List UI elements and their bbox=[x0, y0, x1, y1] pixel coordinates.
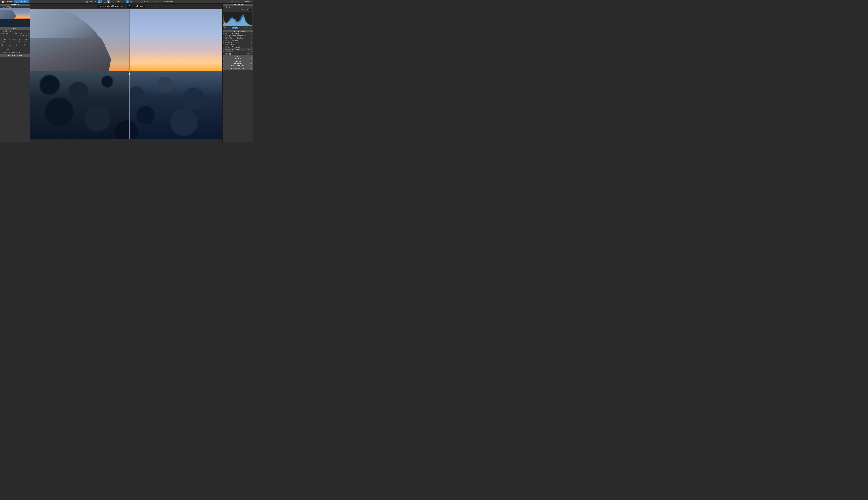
tool-menu-icon[interactable]: ⁞ bbox=[251, 49, 252, 50]
panel-menu-icon[interactable]: ≡▾ bbox=[28, 4, 30, 6]
zoom-dropdown-icon[interactable]: ▾ bbox=[122, 0, 125, 3]
tool-toggle[interactable] bbox=[225, 44, 227, 45]
panel-menu-icon[interactable]: ≡▾ bbox=[250, 65, 252, 67]
compare-button[interactable]: Compare bbox=[84, 0, 97, 3]
close-icon[interactable]: × bbox=[223, 68, 225, 69]
tool-horizon-icon[interactable] bbox=[136, 0, 139, 3]
panel-menu-icon[interactable]: ≡▾ bbox=[250, 58, 252, 59]
tool-toggle[interactable] bbox=[225, 37, 227, 39]
tool-wb-picker-icon[interactable] bbox=[133, 0, 136, 3]
tool-toggle[interactable] bbox=[225, 51, 227, 52]
zoom-1to1-button[interactable]: 1:1 bbox=[111, 1, 115, 3]
histogram-g-button[interactable]: G bbox=[242, 26, 245, 29]
close-icon[interactable]: × bbox=[223, 55, 225, 57]
presets-button[interactable]: Presets bbox=[240, 0, 251, 3]
tool-menu-icon[interactable]: ⁞ bbox=[251, 33, 252, 34]
histogram-r-button[interactable]: R bbox=[238, 26, 241, 29]
close-icon[interactable]: × bbox=[223, 63, 225, 64]
tool-redeye-icon[interactable] bbox=[147, 0, 150, 3]
close-icon[interactable]: × bbox=[1, 28, 2, 30]
highlight-clip-icon[interactable]: ☀ bbox=[227, 26, 229, 29]
histogram-subheader[interactable]: ▼Histogram bbox=[222, 6, 253, 8]
panel-menu-icon[interactable]: ≡▾ bbox=[250, 55, 252, 57]
tool-row-horizon[interactable]: ▸Horizon⁞ bbox=[222, 50, 253, 53]
panel-menu-icon[interactable]: ≡▾ bbox=[28, 28, 30, 30]
organize-button[interactable]: Organize bbox=[1, 0, 14, 3]
tool-row-contrast[interactable]: ▸Contrast⁞ bbox=[222, 44, 253, 46]
tool-perspective-icon[interactable] bbox=[140, 0, 143, 3]
exif-header[interactable]: × EXIF ≡▾ bbox=[0, 27, 30, 30]
close-icon[interactable]: × bbox=[1, 55, 2, 56]
movezoom-header[interactable]: × MOVE/ZOOM ≡▾ bbox=[0, 4, 30, 6]
histogram-b-button[interactable]: B bbox=[245, 26, 249, 29]
panel-menu-icon[interactable]: ≡▾ bbox=[250, 60, 252, 62]
tool-repair-icon[interactable] bbox=[143, 0, 146, 3]
tool-menu-icon[interactable]: ⁞ bbox=[251, 44, 252, 46]
panel-menu-icon[interactable]: ≡▾ bbox=[250, 30, 252, 32]
tool-row-dxo-smart-lighting[interactable]: ▸DxO Smart Lighting⁞ bbox=[222, 37, 253, 39]
local-adjustments-button[interactable]: Local adjustments bbox=[153, 0, 174, 3]
tool-toggle[interactable] bbox=[225, 46, 227, 48]
panel-menu-icon[interactable]: ≡▾ bbox=[250, 4, 252, 6]
histogram-header[interactable]: × HISTOGRAM ≡▾ bbox=[222, 4, 253, 6]
tool-toggle[interactable] bbox=[225, 49, 227, 50]
section-header-geometry[interactable]: ×GEOMETRY≡▾ bbox=[222, 62, 253, 65]
tool-toggle[interactable] bbox=[225, 42, 227, 43]
image-viewer[interactable]: No corrections (with geometry) Correctio… bbox=[30, 4, 222, 142]
tool-menu-icon[interactable]: ⁞ bbox=[251, 51, 252, 53]
tool-hand-icon[interactable] bbox=[126, 0, 129, 3]
section-header-detail[interactable]: ×DETAIL≡▾ bbox=[222, 60, 253, 62]
exif-ev: -0.3 EV bbox=[18, 38, 23, 43]
section-header-dxo-viewpoint[interactable]: ×DXO VIEWPOINT≡▾ bbox=[222, 65, 253, 67]
histogram-rgb-button[interactable]: RGB bbox=[232, 26, 238, 29]
reset-button[interactable]: Reset bbox=[230, 0, 240, 3]
tool-row-selective-tone[interactable]: ▸Selective Tone⁞ bbox=[222, 39, 253, 42]
section-header-light[interactable]: ×LIGHT≡▾ bbox=[222, 55, 253, 57]
tool-toggle[interactable] bbox=[225, 35, 227, 36]
tool-crop-icon[interactable] bbox=[129, 0, 133, 3]
image-canvas[interactable] bbox=[30, 9, 222, 139]
section-header-color[interactable]: ×COLOR≡▾ bbox=[222, 57, 253, 60]
triangle-down-icon: ▼ bbox=[224, 7, 225, 8]
tool-toggle[interactable] bbox=[225, 39, 227, 41]
tool-menu-icon[interactable]: ⁞ bbox=[251, 39, 252, 41]
tool-menu-icon[interactable]: ⁞ bbox=[251, 53, 252, 55]
section-header-dxo-filmpack[interactable]: ×DXO FILMPACK≡▾ bbox=[222, 67, 253, 70]
move-tool-icon[interactable] bbox=[107, 0, 110, 3]
movezoom-subheader[interactable]: ▼Move/Zoom bbox=[0, 6, 30, 8]
panel-menu-icon[interactable]: ≡▾ bbox=[250, 68, 252, 69]
exif-subheader[interactable]: ▼Exif Editor bbox=[0, 30, 30, 32]
tool-menu-icon[interactable]: ⁞ bbox=[251, 37, 252, 39]
tool-menu-icon[interactable]: ⁞ bbox=[251, 46, 252, 48]
shadow-clip-icon[interactable]: ◐ bbox=[224, 26, 226, 29]
tool-row-dxo-clearview[interactable]: ▸DxO ClearView⁞ bbox=[222, 42, 253, 44]
tool-menu-icon[interactable]: ⁞ bbox=[251, 42, 252, 43]
essential-tools-header[interactable]: × ESSENTIAL TOOLS ≡▾ bbox=[222, 30, 253, 33]
tool-more-dropdown[interactable]: ▾ bbox=[150, 0, 152, 3]
tool-row-white-balance[interactable]: ▸White Balance⁞ bbox=[222, 33, 253, 35]
panel-menu-icon[interactable]: ≡▾ bbox=[250, 63, 252, 64]
preset-editor-header[interactable]: × PRESET EDITOR ≡▾ bbox=[0, 54, 30, 57]
close-icon[interactable]: × bbox=[223, 30, 225, 32]
tool-row-noise-reduction[interactable]: ▸Noise ReductionAuto⁞ bbox=[222, 48, 253, 50]
tool-row-color-accentuation[interactable]: ▸Color Accentuation⁞ bbox=[222, 46, 253, 48]
tool-row-exposure-compensation[interactable]: ▸Exposure Compensation⁞ bbox=[222, 35, 253, 37]
close-icon[interactable]: × bbox=[223, 60, 225, 62]
tool-auto-badge: Auto bbox=[247, 53, 250, 55]
close-icon[interactable]: × bbox=[223, 65, 225, 67]
compare-mode-dropdown[interactable]: ▾ bbox=[98, 0, 102, 3]
close-icon[interactable]: × bbox=[223, 58, 225, 59]
tool-toggle[interactable] bbox=[225, 53, 227, 55]
fit-icon[interactable] bbox=[103, 0, 106, 3]
tool-menu-icon[interactable]: ⁞ bbox=[251, 35, 252, 37]
close-icon[interactable]: × bbox=[1, 4, 2, 6]
close-icon[interactable]: × bbox=[223, 4, 225, 6]
compare-slider-handle[interactable] bbox=[129, 72, 130, 75]
tool-toggle[interactable] bbox=[225, 33, 227, 34]
navigator-thumbnail[interactable] bbox=[0, 8, 30, 27]
panel-menu-icon[interactable]: ≡▾ bbox=[28, 55, 30, 56]
left-panel: × MOVE/ZOOM ≡▾ ▼Move/Zoom × EXIF ≡▾ ▼Exi… bbox=[0, 4, 30, 142]
histogram-l-button[interactable]: L bbox=[249, 26, 252, 29]
tool-row-crop[interactable]: ▸CropAuto⁞ bbox=[222, 53, 253, 55]
customize-button[interactable]: Customize bbox=[14, 0, 29, 3]
